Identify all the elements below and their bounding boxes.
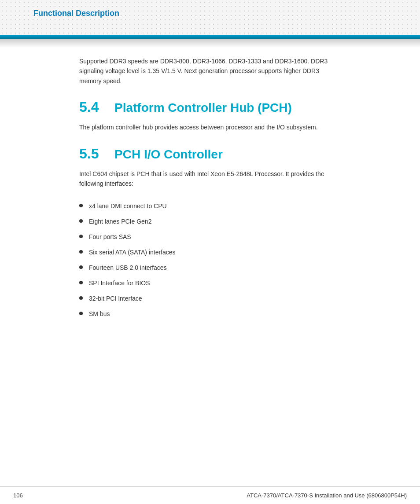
list-item: 32-bit PCI Interface: [79, 294, 341, 303]
list-item: Four ports SAS: [79, 232, 341, 242]
list-item: Eight lanes PCIe Gen2: [79, 217, 341, 226]
section-5-4-number: 5.4: [79, 99, 114, 115]
gray-decoration-bar: [0, 39, 420, 48]
list-item-text: Eight lanes PCIe Gen2: [89, 217, 151, 226]
list-item: SPI Interface for BIOS: [79, 279, 341, 288]
footer: 106 ATCA-7370/ATCA-7370-S Installation a…: [0, 486, 420, 504]
section-5-4-heading: 5.4 Platform Controller Hub (PCH): [79, 99, 341, 115]
section-5-5-heading: 5.5 PCH I/O Controller: [79, 146, 341, 162]
list-item-text: SM bus: [89, 309, 110, 319]
bullet-icon: [79, 281, 83, 284]
list-item-text: 32-bit PCI Interface: [89, 294, 142, 303]
header-title-bar: Functional Description: [0, 0, 420, 27]
list-item-text: Six serial ATA (SATA) interfaces: [89, 248, 176, 257]
list-item-text: Fourteen USB 2.0 interfaces: [89, 263, 167, 272]
list-item-text: SPI Interface for BIOS: [89, 279, 150, 288]
header-area: Functional Description: [0, 0, 420, 35]
page-title: Functional Description: [33, 9, 119, 18]
list-item: Six serial ATA (SATA) interfaces: [79, 248, 341, 257]
bullet-icon: [79, 265, 83, 269]
bullet-icon: [79, 235, 83, 238]
bullet-icon: [79, 219, 83, 223]
section-5-5-title: PCH I/O Controller: [114, 147, 223, 162]
blue-separator-bar: [0, 35, 420, 39]
list-item-text: x4 lane DMI connect to CPU: [89, 202, 167, 211]
bullet-icon: [79, 204, 83, 207]
list-item-text: Four ports SAS: [89, 232, 131, 242]
section-5-4-title: Platform Controller Hub (PCH): [114, 101, 292, 115]
bullet-icon: [79, 312, 83, 315]
features-list: x4 lane DMI connect to CPU Eight lanes P…: [79, 202, 341, 319]
footer-page-number: 106: [13, 492, 23, 499]
section-5-5-number: 5.5: [79, 146, 114, 162]
bullet-icon: [79, 296, 83, 300]
list-item: x4 lane DMI connect to CPU: [79, 202, 341, 211]
footer-doc-title: ATCA-7370/ATCA-7370-S Installation and U…: [247, 492, 407, 499]
main-content: Supported DDR3 speeds are DDR3-800, DDR3…: [0, 48, 420, 351]
section-5-4-body: The platform controller hub provides acc…: [79, 122, 341, 132]
intro-paragraph: Supported DDR3 speeds are DDR3-800, DDR3…: [79, 56, 341, 86]
bullet-icon: [79, 250, 83, 254]
list-item: Fourteen USB 2.0 interfaces: [79, 263, 341, 272]
section-5-5-body: Intel C604 chipset is PCH that is used w…: [79, 169, 341, 189]
list-item: SM bus: [79, 309, 341, 319]
